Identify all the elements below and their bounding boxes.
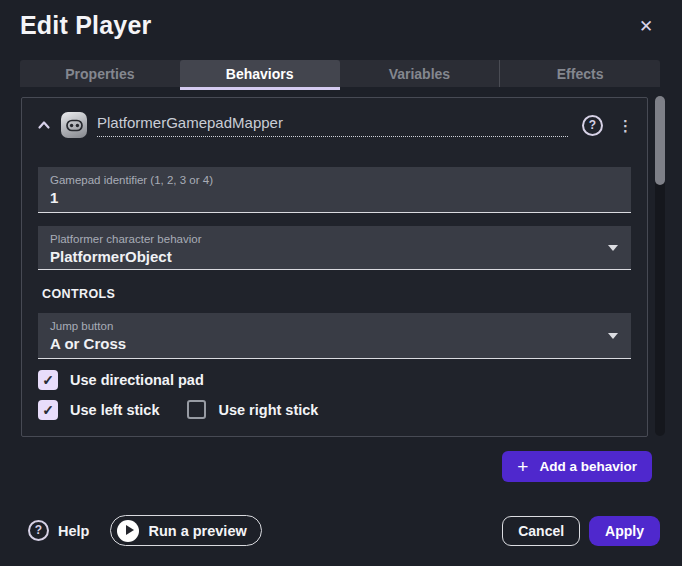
character-behavior-label: Platformer character behavior [50,232,619,246]
edit-player-dialog: Edit Player ✕ Properties Behaviors Varia… [0,0,682,566]
gamepad-identifier-value: 1 [50,188,619,207]
close-icon[interactable]: ✕ [635,16,657,38]
right-stick-label[interactable]: Use right stick [218,402,318,418]
behavior-help-icon[interactable]: ? [582,115,603,136]
cancel-label: Cancel [518,523,564,539]
help-button[interactable]: ? Help [28,520,89,541]
behavior-header: PlatformerGamepadMapper ? ⋮ [36,110,633,140]
chevron-up-icon[interactable] [36,117,52,133]
apply-button[interactable]: Apply [589,516,660,546]
right-stick-checkbox[interactable] [187,400,206,419]
character-behavior-value: PlatformerObject [50,247,619,266]
directional-pad-checkbox[interactable]: ✓ [38,370,58,390]
behavior-menu-icon[interactable]: ⋮ [618,117,633,134]
tab-behaviors[interactable]: Behaviors [180,60,340,87]
tab-properties[interactable]: Properties [20,60,180,87]
behavior-card: PlatformerGamepadMapper ? ⋮ Gamepad iden… [21,97,648,437]
play-icon [117,520,139,542]
jump-button-label: Jump button [50,319,619,333]
add-behavior-label: Add a behavior [539,459,637,474]
behavior-name-input[interactable]: PlatformerGamepadMapper [97,114,568,137]
tab-bar: Properties Behaviors Variables Effects [20,60,660,87]
jump-button-select[interactable]: Jump button A or Cross [38,313,631,359]
scrollbar-thumb[interactable] [655,96,665,185]
tab-effects-label: Effects [557,66,604,82]
help-icon: ? [28,520,49,541]
scrollbar-track[interactable] [655,96,665,436]
gamepad-identifier-field[interactable]: Gamepad identifier (1, 2, 3 or 4) 1 [38,167,631,213]
sticks-row: ✓ Use left stick Use right stick [38,399,631,420]
left-stick-checkbox[interactable]: ✓ [38,400,58,420]
jump-button-value: A or Cross [50,334,619,353]
tab-effects[interactable]: Effects [499,60,660,87]
tab-variables[interactable]: Variables [340,60,500,87]
page-title: Edit Player [20,11,151,40]
tab-properties-label: Properties [65,66,134,82]
run-preview-label: Run a preview [148,523,246,539]
run-preview-button[interactable]: Run a preview [110,515,261,546]
plus-icon: + [517,457,528,476]
gamepad-icon [61,112,87,138]
cancel-button[interactable]: Cancel [502,516,580,546]
character-behavior-select[interactable]: Platformer character behavior Platformer… [38,226,631,270]
chevron-down-icon [608,333,618,339]
directional-pad-row: ✓ Use directional pad [38,369,631,390]
controls-section-label: CONTROLS [42,287,631,301]
apply-label: Apply [605,523,644,539]
add-behavior-button[interactable]: + Add a behavior [502,451,652,482]
gamepad-identifier-label: Gamepad identifier (1, 2, 3 or 4) [50,173,619,187]
left-stick-label[interactable]: Use left stick [70,402,159,418]
chevron-down-icon [608,245,618,251]
directional-pad-label[interactable]: Use directional pad [70,372,204,388]
tab-variables-label: Variables [389,66,451,82]
help-label: Help [58,523,89,539]
footer-bar: ? Help Run a preview Cancel Apply [28,515,660,546]
tab-behaviors-label: Behaviors [226,66,294,82]
